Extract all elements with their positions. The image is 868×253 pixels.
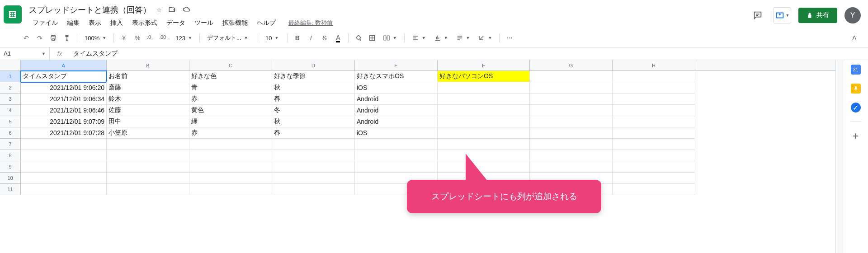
cell[interactable]: 2021/12/01 9:06:34 bbox=[21, 94, 107, 105]
menu-tools[interactable]: ツール bbox=[191, 17, 217, 29]
v-align-select[interactable]: ▼ bbox=[430, 32, 452, 44]
borders-icon[interactable] bbox=[366, 32, 378, 44]
vertical-scrollbar[interactable] bbox=[835, 60, 843, 253]
star-icon[interactable]: ☆ bbox=[156, 7, 162, 14]
menu-extensions[interactable]: 拡張機能 bbox=[219, 17, 251, 29]
cell[interactable] bbox=[613, 105, 695, 116]
cell[interactable]: iOS bbox=[355, 127, 438, 139]
add-addon-icon[interactable]: + bbox=[851, 131, 861, 141]
cell[interactable]: 秋 bbox=[272, 82, 355, 94]
font-select[interactable]: デフォルト...▼ bbox=[203, 32, 253, 44]
text-rotate-select[interactable]: ▼ bbox=[474, 32, 495, 44]
cell[interactable]: iOS bbox=[355, 82, 438, 94]
cell[interactable] bbox=[613, 71, 695, 82]
cell[interactable] bbox=[613, 94, 695, 105]
column-header[interactable]: A bbox=[21, 60, 107, 70]
menu-format[interactable]: 表示形式 bbox=[128, 17, 161, 29]
select-all-corner[interactable] bbox=[0, 60, 21, 70]
cell[interactable] bbox=[613, 150, 695, 161]
cell[interactable] bbox=[438, 82, 530, 94]
percent-icon[interactable]: % bbox=[131, 32, 144, 44]
menu-data[interactable]: データ bbox=[163, 17, 189, 29]
last-edit-link[interactable]: 最終編集: 数秒前 bbox=[288, 19, 333, 27]
cell[interactable] bbox=[438, 105, 530, 116]
strikethrough-icon[interactable]: S bbox=[318, 32, 331, 44]
row-header[interactable]: 11 bbox=[0, 184, 21, 195]
column-header[interactable]: E bbox=[355, 60, 438, 70]
cell[interactable]: お名前 bbox=[107, 71, 189, 82]
present-button[interactable]: ▼ bbox=[773, 7, 791, 23]
cell[interactable]: Android bbox=[355, 105, 438, 116]
keep-icon[interactable] bbox=[851, 84, 861, 94]
print-icon[interactable] bbox=[47, 32, 60, 44]
merge-cells-select[interactable]: ▼ bbox=[379, 32, 401, 44]
cell[interactable] bbox=[107, 184, 189, 195]
cell[interactable]: 2021/12/01 9:07:28 bbox=[21, 127, 107, 139]
cell[interactable]: 春 bbox=[272, 94, 355, 105]
cell[interactable]: 小笠原 bbox=[107, 127, 189, 139]
calendar-icon[interactable]: 31 bbox=[851, 65, 861, 75]
cell[interactable] bbox=[189, 161, 272, 173]
collapse-toolbar-icon[interactable]: ᐱ bbox=[848, 32, 861, 44]
cell[interactable]: 好きなスマホOS bbox=[355, 71, 438, 82]
cell[interactable] bbox=[21, 173, 107, 184]
text-color-icon[interactable]: A bbox=[332, 32, 344, 44]
cell[interactable] bbox=[530, 82, 613, 94]
cell[interactable] bbox=[613, 127, 695, 139]
cell[interactable]: 2021/12/01 9:06:20 bbox=[21, 82, 107, 94]
cell[interactable] bbox=[107, 150, 189, 161]
row-header[interactable]: 5 bbox=[0, 116, 21, 127]
name-box[interactable]: A1▼ bbox=[0, 47, 50, 60]
cell[interactable] bbox=[189, 139, 272, 150]
dec-decimal-icon[interactable]: .0← bbox=[145, 32, 157, 44]
cell[interactable] bbox=[613, 139, 695, 150]
comments-icon[interactable] bbox=[750, 7, 766, 23]
cell[interactable]: 赤 bbox=[189, 127, 272, 139]
cell[interactable]: 佐藤 bbox=[107, 105, 189, 116]
cell[interactable] bbox=[355, 150, 438, 161]
row-header[interactable]: 2 bbox=[0, 82, 21, 94]
sheets-logo[interactable] bbox=[4, 5, 22, 23]
row-header[interactable]: 1 bbox=[0, 71, 21, 82]
cell[interactable]: 春 bbox=[272, 127, 355, 139]
share-button[interactable]: 共有 bbox=[798, 8, 837, 23]
grid[interactable]: ABCDEFGH 1タイムスタンプお名前好きな色好きな季節好きなスマホOS好きな… bbox=[0, 60, 835, 253]
cell[interactable]: Android bbox=[355, 94, 438, 105]
cell[interactable]: 緑 bbox=[189, 116, 272, 127]
cell[interactable] bbox=[530, 127, 613, 139]
column-header[interactable]: H bbox=[613, 60, 695, 70]
cell[interactable] bbox=[613, 184, 695, 195]
cell[interactable] bbox=[438, 116, 530, 127]
cell[interactable]: 鈴木 bbox=[107, 94, 189, 105]
column-header[interactable]: D bbox=[272, 60, 355, 70]
formula-input[interactable]: タイムスタンプ bbox=[70, 50, 868, 58]
undo-icon[interactable]: ↶ bbox=[20, 32, 33, 44]
row-header[interactable]: 4 bbox=[0, 105, 21, 116]
cell[interactable] bbox=[530, 71, 613, 82]
bold-icon[interactable]: B bbox=[291, 32, 304, 44]
cell[interactable]: 赤 bbox=[189, 94, 272, 105]
move-icon[interactable] bbox=[168, 5, 176, 15]
cell[interactable]: タイムスタンプ bbox=[21, 71, 107, 82]
cell[interactable] bbox=[272, 173, 355, 184]
cell[interactable] bbox=[107, 139, 189, 150]
menu-view[interactable]: 表示 bbox=[85, 17, 105, 29]
cell[interactable] bbox=[21, 139, 107, 150]
tasks-icon[interactable]: ✓ bbox=[851, 103, 861, 112]
menu-file[interactable]: ファイル bbox=[29, 17, 61, 29]
cloud-status-icon[interactable] bbox=[183, 5, 191, 15]
cell[interactable] bbox=[530, 161, 613, 173]
cell[interactable] bbox=[530, 116, 613, 127]
font-size-select[interactable]: 10▼ bbox=[261, 32, 283, 44]
cell[interactable]: 秋 bbox=[272, 116, 355, 127]
cell[interactable] bbox=[438, 139, 530, 150]
cell[interactable] bbox=[272, 161, 355, 173]
row-header[interactable]: 7 bbox=[0, 139, 21, 150]
cell[interactable]: 青 bbox=[189, 82, 272, 94]
avatar[interactable]: Y bbox=[844, 7, 861, 23]
column-header[interactable]: G bbox=[530, 60, 613, 70]
inc-decimal-icon[interactable]: .00→ bbox=[158, 32, 171, 44]
cell[interactable] bbox=[189, 173, 272, 184]
cell[interactable] bbox=[272, 139, 355, 150]
cell[interactable]: Android bbox=[355, 116, 438, 127]
